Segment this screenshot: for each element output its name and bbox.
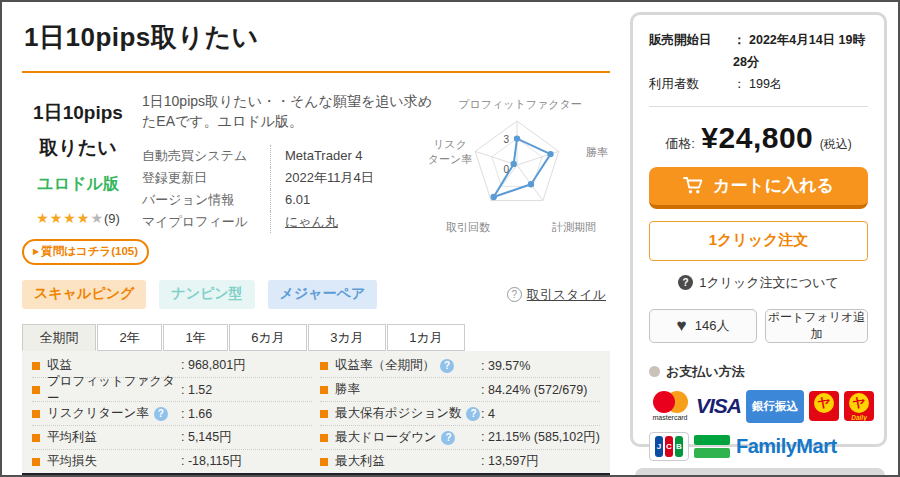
- product-description: 1日10pips取りたい・・そんな願望を追い求めたEAです。ユロドル版。: [142, 91, 434, 132]
- stat-label: 最大ドローダウン: [335, 429, 436, 446]
- tab-3months[interactable]: 3カ月: [308, 324, 386, 351]
- help-icon[interactable]: ?: [441, 431, 455, 445]
- likes-button[interactable]: ♥ 146人: [649, 309, 757, 343]
- payment-methods-title: お支払い方法: [649, 363, 868, 381]
- price-row: 価格: ¥24,800 (税込): [649, 121, 868, 155]
- one-click-order-about-link[interactable]: ? 1クリック注文について: [649, 274, 868, 292]
- tab-2years[interactable]: 2年: [97, 324, 162, 351]
- stat-value: : 1.52: [181, 383, 212, 397]
- info-label: 登録更新日: [142, 169, 270, 187]
- title-divider: [22, 71, 610, 73]
- tab-6months[interactable]: 6カ月: [229, 324, 307, 351]
- stat-row-avg-loss: 平均損失 : -18,115円: [32, 450, 312, 474]
- users-count-row: 利用者数 ： 199名: [649, 74, 868, 96]
- stars-filled-icon: ★★★★: [36, 210, 90, 226]
- familymart-icon: FamilyMart: [694, 435, 837, 458]
- info-label: 自動売買システム: [142, 147, 270, 165]
- tag-major-pair[interactable]: メジャーペア: [268, 280, 378, 309]
- one-click-order-button[interactable]: 1クリック注文: [649, 221, 868, 261]
- bullet-icon: [32, 434, 40, 442]
- bullet-icon: [32, 362, 40, 370]
- stat-row-profit-factor: プロフィットファクター : 1.52: [32, 378, 312, 402]
- stat-value: : 968,801円: [181, 357, 246, 374]
- bullet-icon: [32, 386, 40, 394]
- payment-icons-row2: J C B FamilyMart: [649, 432, 868, 461]
- seller-profile-link[interactable]: にゃん丸: [270, 211, 338, 233]
- stat-label: リスクリターン率: [47, 405, 149, 422]
- stat-label: プロフィットファクター: [47, 373, 181, 407]
- product-info-column: 1日10pips取りたい・・そんな願望を追い求めたEAです。ユロドル版。 自動売…: [134, 91, 430, 265]
- help-icon[interactable]: ?: [440, 359, 454, 373]
- stat-label: 最大保有ポジション数: [335, 405, 461, 422]
- stat-row-win-rate: 勝率 : 84.24% (572/679): [320, 378, 600, 402]
- info-label: バージョン情報: [142, 191, 270, 209]
- info-value: 2022年11月4日: [270, 167, 374, 189]
- bullet-icon: [320, 458, 328, 466]
- bullet-icon: [32, 458, 40, 466]
- release-date-row: 販売開始日 ： 2022年4月14日 19時28分: [649, 30, 868, 74]
- stats-table: 収益 : 968,801円 プロフィットファクター : 1.52 リスクリターン…: [22, 351, 610, 477]
- stats-column-left: 収益 : 968,801円 プロフィットファクター : 1.52 リスクリターン…: [28, 354, 316, 477]
- radar-chart: プロフィットファクター 勝率 リスク ターン率 取引回数 計測期間 30: [430, 97, 610, 237]
- stat-value: : -18,115円: [181, 453, 242, 470]
- heart-icon: ♥: [677, 317, 687, 334]
- release-date-label: 販売開始日: [649, 30, 733, 74]
- jcb-bar: C: [665, 436, 673, 457]
- stat-row-return-rate: 収益率（全期間）? : 39.57%: [320, 354, 600, 378]
- stat-value: : 13,597円: [481, 453, 539, 470]
- familymart-label: FamilyMart: [736, 435, 837, 458]
- daily-yamazaki-word: Daily: [844, 414, 874, 421]
- price-label: 価格:: [665, 136, 695, 151]
- visa-icon: VISA: [696, 394, 741, 418]
- radar-axis-trade-count: 取引回数: [446, 220, 490, 235]
- question-link-button[interactable]: ▶質問はコチラ(105): [22, 239, 149, 265]
- trade-style-label: 取引スタイル: [527, 286, 606, 304]
- next-sidebar-card-partial: [635, 468, 885, 477]
- add-to-cart-button[interactable]: カートに入れる: [649, 167, 868, 209]
- review-count: (9): [104, 211, 120, 226]
- tab-all-period[interactable]: 全期間: [22, 324, 96, 351]
- trade-style-link[interactable]: ? 取引スタイル: [507, 286, 606, 304]
- stat-row-avg-profit: 平均利益 : 5,145円: [32, 426, 312, 450]
- bullet-icon: [320, 386, 328, 394]
- stat-value: : 39.57%: [481, 359, 530, 373]
- add-to-cart-label: カートに入れる: [713, 174, 834, 197]
- svg-text:0: 0: [503, 164, 509, 175]
- product-name-column: 1日10pips 取りたい ユロドル版 ★★★★★(9) ▶質問はコチラ(105…: [22, 91, 134, 265]
- users-count-label: 利用者数: [649, 74, 733, 96]
- info-row: マイプロフィール にゃん丸: [142, 211, 430, 233]
- help-icon[interactable]: ?: [154, 407, 168, 421]
- mastercard-label: mastercard: [649, 414, 691, 421]
- stat-label: 平均利益: [47, 429, 97, 446]
- bullet-circle-icon: [649, 366, 660, 377]
- cart-icon: [683, 176, 704, 195]
- tab-1month[interactable]: 1カ月: [387, 324, 465, 351]
- bullet-icon: [320, 434, 328, 442]
- radar-axis-profit-factor: プロフィットファクター: [430, 97, 610, 112]
- jcb-bar: J: [655, 436, 663, 457]
- stat-label: 平均損失: [47, 453, 97, 470]
- info-label: マイプロフィール: [142, 213, 270, 231]
- bullet-icon: [320, 410, 328, 418]
- question-link-label: 質問はコチラ(105): [41, 245, 138, 257]
- bullet-icon: [32, 410, 40, 418]
- stat-label: 収益率（全期間）: [335, 357, 435, 374]
- product-name-line2: 取りたい: [22, 130, 134, 165]
- stat-row-risk-return: リスクリターン率? : 1.66: [32, 402, 312, 426]
- tab-1year[interactable]: 1年: [163, 324, 228, 351]
- tag-scalping[interactable]: スキャルピング: [22, 280, 146, 309]
- tag-nanpin[interactable]: ナンピン型: [159, 280, 254, 309]
- stat-row-max-drawdown: 最大ドローダウン? : 21.15% (585,102円): [320, 426, 600, 450]
- stat-value: : 4: [481, 407, 495, 421]
- add-to-portfolio-button[interactable]: ポートフォリオ追加: [765, 309, 868, 343]
- stat-label: 勝率: [335, 381, 360, 398]
- stat-row-max-profit: 最大利益 : 13,597円: [320, 450, 600, 474]
- jcb-bar: B: [675, 436, 683, 457]
- help-icon[interactable]: ?: [466, 407, 480, 421]
- question-circle-dark-icon: ?: [678, 275, 693, 290]
- stat-value: : 1.66: [181, 407, 212, 421]
- info-row: バージョン情報 6.01: [142, 189, 430, 211]
- payment-methods-label: お支払い方法: [666, 363, 745, 381]
- tags-row: スキャルピング ナンピン型 メジャーペア ? 取引スタイル: [22, 280, 610, 309]
- daily-yamazaki-icon: ヤ Daily: [844, 391, 874, 421]
